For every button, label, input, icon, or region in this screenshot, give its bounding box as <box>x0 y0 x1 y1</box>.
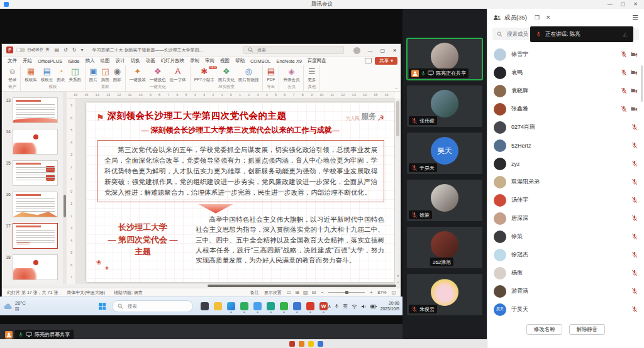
maximize-button[interactable]: ▢ <box>621 0 626 9</box>
member-row[interactable]: 唐深深 <box>487 209 644 227</box>
mic-muted-icon[interactable] <box>631 233 638 240</box>
ribbon-tab[interactable]: 审阅 <box>205 58 214 65</box>
mic-muted-icon[interactable] <box>631 124 638 131</box>
next-slide-icon[interactable]: ⌄ <box>396 279 401 283</box>
previous-slide-icon[interactable]: ∧ <box>396 273 401 278</box>
slide-thumbnail[interactable]: 13 <box>2 97 63 123</box>
rename-button[interactable]: 修改名称 <box>526 324 562 335</box>
dock-app-icon[interactable] <box>299 341 304 347</box>
ribbon-button[interactable]: ☰ 更多 <box>306 66 318 84</box>
mic-muted-icon[interactable] <box>621 51 627 58</box>
accessibility-status[interactable]: 辅助功能: 调查 <box>114 290 143 296</box>
fit-slide-icon[interactable]: ◱ <box>391 290 396 295</box>
ribbon-tab[interactable]: COMSOL <box>250 58 271 65</box>
ribbon-button[interactable]: ◎ 图片智能搜 <box>236 66 261 84</box>
ribbon-button[interactable]: ❖ 一键换色 <box>148 66 168 84</box>
ribbon-button[interactable]: ☺ 登录 <box>6 66 18 84</box>
taskbar-search-input[interactable] <box>126 303 187 310</box>
ribbon-tab[interactable]: 文件 <box>8 58 17 65</box>
member-row[interactable]: 袁晓辉 <box>487 82 644 100</box>
mic-muted-icon[interactable] <box>631 215 638 222</box>
ppt-minimize-button[interactable]: — <box>368 48 373 53</box>
ppt-restore-button[interactable]: ▢ <box>380 48 386 53</box>
slide-thumbnail[interactable]: 15 <box>2 160 63 186</box>
slide-thumbnail[interactable]: 17 <box>2 223 63 249</box>
wifi-icon[interactable] <box>352 304 357 309</box>
dock-app-icon[interactable] <box>289 341 295 347</box>
ribbon-button[interactable]: ◫ 关系图 <box>67 66 83 84</box>
taskbar-app-icon[interactable] <box>227 302 235 310</box>
redo-icon[interactable]: ↻ <box>72 44 77 57</box>
camera-off-icon[interactable] <box>631 70 638 75</box>
panel-menu-icon[interactable]: ☰ <box>632 14 638 22</box>
ppt-search-input[interactable] <box>256 47 340 53</box>
notes-button[interactable]: 备注 <box>250 290 259 296</box>
display-settings-button[interactable]: 显示设置 <box>264 290 282 296</box>
ribbon-tab[interactable]: 设计 <box>115 58 125 65</box>
ribbon-button[interactable]: ▤ PDF <box>265 66 277 84</box>
taskbar-app-icon[interactable] <box>240 302 248 310</box>
close-panel-icon[interactable]: ✕ <box>546 14 551 21</box>
ribbon-tab[interactable]: 幻灯片放映 <box>160 58 184 65</box>
ribbon-button[interactable]: ✱ NEW PPT小助手 <box>192 66 216 84</box>
ribbon-tab[interactable]: 录制 <box>190 58 199 65</box>
taskbar-app-icon[interactable] <box>253 302 262 310</box>
video-tile[interactable]: 张伟俊 <box>407 85 482 127</box>
mic-muted-icon[interactable] <box>621 106 627 112</box>
thumbnail-scrollbar[interactable] <box>63 92 67 284</box>
member-row[interactable]: 袁鸣 <box>487 63 644 82</box>
input-method-indicator[interactable]: 英 <box>343 303 348 310</box>
video-tile[interactable]: 昊天 于昊天 <box>407 133 482 174</box>
save-icon[interactable]: ▤ <box>55 44 60 57</box>
ribbon-tab[interactable]: 百度网盘 <box>308 58 326 65</box>
ribbon-button[interactable]: ❖ 图片美化 <box>216 66 236 84</box>
video-tile[interactable]: 徐策 <box>407 180 482 221</box>
windows-start-button[interactable] <box>99 303 106 310</box>
ribbon-button[interactable]: ▣ 图片 <box>87 66 99 84</box>
ribbon-button[interactable]: ▦ 模板库 <box>23 66 39 84</box>
ppt-search-box[interactable] <box>243 46 344 54</box>
ribbon-button[interactable]: A 统一字体 <box>168 66 188 84</box>
ribbon-button[interactable]: ◔ 图表 <box>55 66 67 84</box>
video-tile[interactable]: 朱俊云 <box>407 274 482 315</box>
member-row[interactable]: 徐雪宁 <box>487 45 644 63</box>
taskbar-app-icon[interactable] <box>267 302 275 310</box>
share-button[interactable]: 共享▾ <box>375 57 397 65</box>
account-avatar[interactable] <box>353 47 360 54</box>
hidden-icons-chevron-icon[interactable]: ∧ <box>328 304 331 309</box>
ribbon-tab[interactable]: 视图 <box>220 58 230 65</box>
mic-muted-icon[interactable] <box>621 87 627 94</box>
battery-icon[interactable] <box>370 305 377 308</box>
reading-view-icon[interactable]: ▤ <box>303 290 308 295</box>
undo-icon[interactable]: ↺ <box>64 44 68 57</box>
ribbon-tab[interactable]: OfficePLUS <box>38 58 62 65</box>
camera-off-icon[interactable] <box>631 52 638 57</box>
zoom-in-icon[interactable]: + <box>370 290 372 295</box>
speaker-icon[interactable] <box>361 304 367 309</box>
slide-vertical-scrollbar[interactable]: ∧ ⌄ <box>395 99 401 284</box>
member-row[interactable]: 杨衡 <box>487 264 644 282</box>
member-row[interactable]: 汤佳宇 <box>487 191 644 209</box>
member-row[interactable]: 徐策 <box>487 227 644 246</box>
taskbar-clock[interactable]: 20:08 2023/10/9 <box>380 301 399 312</box>
mic-muted-icon[interactable] <box>631 288 638 295</box>
member-row[interactable]: 昊天 于昊天 <box>487 300 644 318</box>
slideshow-view-icon[interactable]: ⊡ <box>311 290 316 295</box>
minimize-button[interactable]: — <box>608 0 613 9</box>
member-row[interactable]: 0274肖瑶 <box>487 118 644 136</box>
member-row[interactable]: zyz <box>487 155 644 173</box>
slide-thumbnail[interactable]: 16 <box>2 192 63 217</box>
member-row[interactable]: 徐冠杰 <box>487 246 644 264</box>
taskbar-app-icon[interactable] <box>201 302 209 310</box>
normal-view-icon[interactable]: ▭ <box>287 290 292 295</box>
ppt-close-button[interactable]: ✕ <box>392 48 397 53</box>
slide-sorter-view-icon[interactable]: ⊞ <box>295 290 299 295</box>
taskbar-app-icon[interactable] <box>280 302 288 310</box>
ribbon-button[interactable]: ✦ 一键换装 <box>128 66 148 84</box>
zoom-slider[interactable] <box>328 292 365 293</box>
ribbon-tab[interactable]: 插入 <box>85 58 94 65</box>
language-status[interactable]: 简体中文(中国大陆) <box>67 290 105 296</box>
slide-thumbnail[interactable]: 18 <box>2 254 63 280</box>
autosave-toggle[interactable]: 自动保存 关 <box>16 47 50 53</box>
ribbon-tab[interactable]: EndNote X9 <box>276 58 301 65</box>
